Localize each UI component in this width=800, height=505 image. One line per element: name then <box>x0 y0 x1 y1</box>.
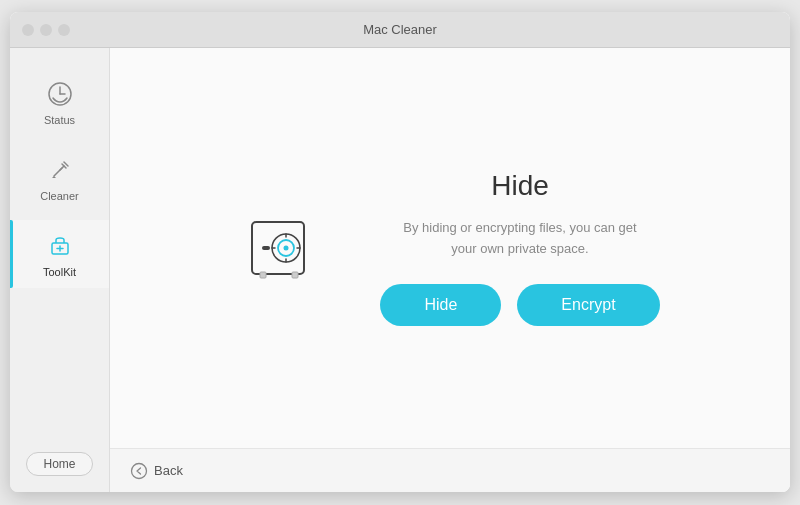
close-button[interactable] <box>22 24 34 36</box>
sidebar: Status Cleaner <box>10 48 110 492</box>
back-bar: Back <box>110 448 790 492</box>
feature-buttons: Hide Encrypt <box>380 284 659 326</box>
toolkit-icon <box>44 230 76 262</box>
sidebar-item-status[interactable]: Status <box>10 68 109 136</box>
feature-title: Hide <box>491 170 549 202</box>
status-label: Status <box>44 114 75 126</box>
maximize-button[interactable] <box>58 24 70 36</box>
app-window: Mac Cleaner Status <box>10 12 790 492</box>
svg-rect-14 <box>292 272 298 278</box>
feature-info: Hide By hiding or encrypting files, you … <box>380 170 659 326</box>
content-inner: Hide By hiding or encrypting files, you … <box>110 48 790 448</box>
content-area: Hide By hiding or encrypting files, you … <box>110 48 790 492</box>
svg-rect-13 <box>260 272 266 278</box>
svg-rect-5 <box>262 246 270 250</box>
cleaner-icon <box>44 154 76 186</box>
traffic-lights <box>22 24 70 36</box>
status-icon <box>44 78 76 110</box>
cleaner-label: Cleaner <box>40 190 79 202</box>
encrypt-button[interactable]: Encrypt <box>517 284 659 326</box>
main-body: Status Cleaner <box>10 48 790 492</box>
sidebar-item-toolkit[interactable]: ToolKit <box>10 220 109 288</box>
safe-illustration <box>240 208 320 288</box>
back-label: Back <box>154 463 183 478</box>
minimize-button[interactable] <box>40 24 52 36</box>
back-icon <box>130 462 148 480</box>
feature-area: Hide By hiding or encrypting files, you … <box>180 170 719 326</box>
feature-description: By hiding or encrypting files, you can g… <box>400 218 640 260</box>
back-button[interactable]: Back <box>130 462 183 480</box>
titlebar: Mac Cleaner <box>10 12 790 48</box>
svg-point-15 <box>132 463 147 478</box>
sidebar-bottom: Home <box>10 452 109 492</box>
window-title: Mac Cleaner <box>363 22 437 37</box>
sidebar-item-cleaner[interactable]: Cleaner <box>10 144 109 212</box>
toolkit-label: ToolKit <box>43 266 76 278</box>
home-button[interactable]: Home <box>26 452 92 476</box>
svg-point-8 <box>284 246 289 251</box>
hide-button[interactable]: Hide <box>380 284 501 326</box>
